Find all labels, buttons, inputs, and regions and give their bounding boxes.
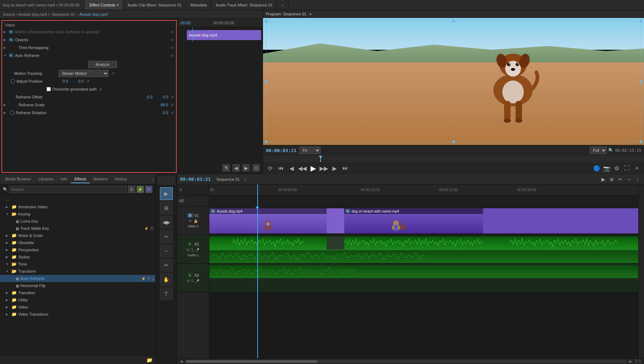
tab-effects[interactable]: Effects: [71, 175, 90, 183]
seq-tool-scissors[interactable]: ✂: [617, 176, 624, 183]
tree-item-transform[interactable]: ▼ 📂 Transform: [0, 268, 155, 275]
tree-item-video[interactable]: ▶ 📁 Video: [0, 304, 155, 311]
mini-fit-btn[interactable]: ⊡: [253, 164, 260, 171]
a2-m-btn[interactable]: M: [187, 279, 190, 283]
tab-markers[interactable]: Markers: [90, 175, 111, 183]
next-edit-btn[interactable]: ⏭: [341, 164, 350, 173]
tab-info[interactable]: Info: [57, 175, 71, 183]
export-frame-btn[interactable]: 📷: [602, 164, 611, 173]
tree-item-luma-key[interactable]: ▦ Luma Key: [0, 218, 155, 225]
a2-mic-icon[interactable]: 🎤: [195, 279, 199, 283]
expand-panels-btn[interactable]: »: [277, 0, 288, 10]
preview-timebar[interactable]: [263, 156, 644, 162]
handle-br[interactable]: [639, 140, 642, 143]
tab-metadata[interactable]: Metadata: [186, 0, 211, 10]
overwrite-reset-btn[interactable]: ↺: [98, 87, 103, 92]
handle-ml[interactable]: [265, 80, 268, 83]
tree-item-video-transitions[interactable]: ▶ 📁 Video Transitions: [0, 311, 155, 318]
reframe-offset-reset[interactable]: ↺: [170, 94, 175, 100]
track-select-tool-btn[interactable]: ⊞: [160, 202, 173, 214]
effects-accelerated-btn[interactable]: ⚡: [137, 186, 144, 193]
mini-prev-btn[interactable]: ◀: [233, 164, 240, 171]
motion-tracking-select[interactable]: Slower Motion Default Faster Motion: [59, 70, 109, 77]
play-back-btn[interactable]: ◀◀: [298, 164, 307, 173]
a1-s-btn[interactable]: S: [191, 248, 194, 252]
v1-eye-icon[interactable]: 👁: [189, 219, 192, 223]
tree-item-horizontal-flip[interactable]: ▦ Horizontal Flip: [0, 282, 155, 289]
tree-item-perspective[interactable]: ▶ 📁 Perspective: [0, 246, 155, 253]
tab-history[interactable]: History: [111, 175, 131, 183]
tree-item-utility[interactable]: ▶ 📁 Utility: [0, 296, 155, 304]
seq-scrollbar-thumb[interactable]: [186, 360, 318, 363]
a1-m-btn[interactable]: M: [187, 248, 190, 252]
tab-effect-controls[interactable]: Effect Controls ≡: [85, 0, 123, 10]
quality-select[interactable]: Full 1/2 1/4: [590, 147, 607, 154]
pen-tool-btn[interactable]: ✏: [160, 259, 173, 272]
settings-btn[interactable]: ⚙: [613, 164, 621, 173]
tree-item-transition[interactable]: ▶ 📁 Transition: [0, 289, 155, 296]
effects-new-folder-btn[interactable]: 📁: [146, 357, 152, 363]
mini-filter-btn[interactable]: ⚗: [223, 164, 230, 171]
reframe-scale-reset[interactable]: ↺: [170, 102, 175, 107]
tree-item-immersive-video[interactable]: ▶ 📁 Immersive Video: [0, 203, 155, 210]
ripple-edit-tool-btn[interactable]: ◀▶: [160, 216, 173, 229]
audio-clip-2[interactable]: [344, 237, 483, 249]
seq-scrollbar-track[interactable]: [186, 360, 626, 363]
effects-32bit-btn[interactable]: 32: [145, 186, 152, 193]
hand-tool-btn[interactable]: ✋: [160, 273, 173, 286]
seq-tool-ripple[interactable]: ⊕: [608, 176, 615, 183]
tab-media-browser[interactable]: Media Browser: [1, 175, 35, 183]
auto-reframe-expand[interactable]: ▼: [4, 54, 7, 57]
adjust-pos-reset[interactable]: ↺: [85, 79, 90, 84]
auto-reframe-reset-btn[interactable]: ↺: [170, 53, 175, 58]
breadcrumb-source[interactable]: Source • Aussie dog.mp4: [3, 12, 47, 16]
play-fwd-btn[interactable]: ▶▶: [319, 164, 328, 173]
opacity-expand[interactable]: ▶: [4, 38, 7, 42]
adjust-pos-x[interactable]: 0.0: [54, 79, 68, 83]
tree-item-track-matte-key[interactable]: ▦ Track Matte Key ⚡ 32: [0, 225, 155, 232]
seq-tool-select[interactable]: ▶: [600, 176, 607, 183]
step-fwd-btn[interactable]: ▶: [330, 164, 339, 173]
reframe-rotation-reset[interactable]: ↺: [170, 110, 175, 115]
time-remap-expand[interactable]: ▶: [4, 46, 7, 49]
fullscreen-btn[interactable]: ⛶: [623, 164, 631, 173]
auto-reframe-accel-icon[interactable]: ⚡: [141, 277, 146, 281]
tab-menu-icon[interactable]: ≡: [117, 3, 118, 7]
tree-item-noise-grain[interactable]: ▶ 📁 Noise & Grain: [0, 232, 155, 239]
slip-tool-btn[interactable]: ↔: [160, 244, 173, 257]
reframe-offset-y[interactable]: 0.0: [154, 95, 168, 99]
motion-reset-btn[interactable]: ↺: [170, 29, 175, 34]
handle-tm[interactable]: [452, 20, 455, 23]
a1-mic-icon[interactable]: 🎤: [195, 248, 199, 252]
track-matte-32bit-icon[interactable]: 32: [150, 227, 154, 230]
auto-reframe-32bit-icon[interactable]: 32: [147, 277, 151, 281]
handle-bl[interactable]: [265, 140, 268, 143]
seq-timecode[interactable]: 00:00:03:21: [180, 176, 211, 182]
add-marker-btn[interactable]: 🔵: [592, 164, 601, 173]
tree-item-time[interactable]: ▼ 📂 Time: [0, 261, 155, 268]
effects-search-input[interactable]: [9, 186, 127, 193]
overwrite-checkbox[interactable]: [47, 87, 51, 91]
add-track-btn[interactable]: +: [633, 164, 641, 173]
seq-tool-lift[interactable]: ↑: [634, 176, 641, 183]
program-monitor-menu-icon[interactable]: ≡: [309, 12, 311, 16]
reframe-offset-x[interactable]: 0.0: [138, 95, 152, 99]
effects-panel-expand[interactable]: »: [152, 177, 154, 181]
seq-tool-slip[interactable]: ↔: [625, 176, 633, 183]
preview-timecode[interactable]: 00:00:03:21: [266, 148, 297, 153]
adjust-pos-y[interactable]: 0.0: [69, 79, 84, 83]
fit-select[interactable]: Fit 25% 50% 75% 100%: [299, 147, 321, 154]
razor-tool-btn[interactable]: ✂: [160, 230, 173, 243]
time-remap-reset-btn[interactable]: ↺: [170, 45, 175, 50]
selection-tool-btn[interactable]: ▶: [160, 187, 173, 200]
tree-item-stylize[interactable]: ▶ 📁 Stylize: [0, 253, 155, 261]
reframe-rotation-value[interactable]: 0.0: [154, 111, 168, 115]
seq-scroll-right[interactable]: ▶: [629, 359, 632, 363]
magnifier-icon[interactable]: 🔍: [608, 148, 614, 153]
motion-tracking-reset-btn[interactable]: ↺: [110, 71, 115, 76]
reframe-scale-expand[interactable]: ▶: [4, 103, 7, 107]
handle-mr[interactable]: [639, 80, 642, 83]
analyze-button[interactable]: Analyze: [88, 61, 117, 68]
opacity-reset-btn[interactable]: ↺: [170, 37, 175, 42]
reframe-rotation-expand[interactable]: ▶: [4, 111, 7, 115]
